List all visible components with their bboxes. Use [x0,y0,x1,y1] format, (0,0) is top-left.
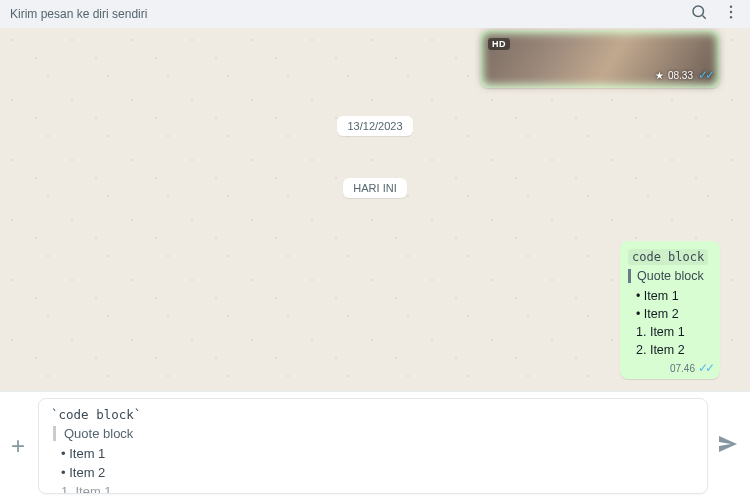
input-bullet-list: Item 1 Item 2 [51,445,695,483]
list-item: 1. Item 1 [636,323,712,341]
app-root: Kirim pesan ke diri sendiri HD ★ 08.33 ✓… [0,0,750,500]
composer: + `code block` Quote block Item 1 Item 2… [0,391,750,500]
input-quote-line: Quote block [53,426,695,441]
svg-point-2 [730,6,732,8]
chat-header-title: Kirim pesan ke diri sendiri [10,7,676,21]
send-icon[interactable] [716,432,740,460]
input-numbered-list: 1. Item 1 [51,483,695,494]
date-separator: 13/12/2023 [337,116,412,136]
chat-header: Kirim pesan ke diri sendiri [0,0,750,28]
bullet-list: Item 1 Item 2 [628,287,712,323]
hd-badge: HD [488,38,510,50]
message-bubble[interactable]: code block Quote block Item 1 Item 2 1. … [620,241,720,380]
svg-point-4 [730,16,732,18]
list-item: 1. Item 1 [61,483,695,494]
chat-scroll: HD ★ 08.33 ✓✓ 13/12/2023 HARI INI code b… [0,28,750,391]
search-icon[interactable] [690,3,708,25]
list-item: Item 2 [61,464,695,483]
message-time: 07.46 [670,363,695,374]
svg-point-3 [730,11,732,13]
list-item: Item 1 [636,287,712,305]
read-ticks-icon: ✓✓ [698,361,712,375]
media-time: 08.33 [668,70,693,81]
attach-icon[interactable]: + [6,432,30,460]
date-separator: HARI INI [343,178,406,198]
input-code-line: `code block` [51,407,695,422]
svg-point-0 [693,6,704,17]
code-block: code block [628,249,708,265]
chat-area[interactable]: HD ★ 08.33 ✓✓ 13/12/2023 HARI INI code b… [0,28,750,391]
message-meta: 07.46 ✓✓ [628,361,712,375]
media-meta: ★ 08.33 ✓✓ [655,68,712,82]
message-input[interactable]: `code block` Quote block Item 1 Item 2 1… [38,398,708,494]
numbered-list: 1. Item 1 2. Item 2 [628,323,712,359]
svg-line-1 [702,15,705,18]
quote-block: Quote block [628,269,712,283]
list-item: Item 2 [636,305,712,323]
read-ticks-icon: ✓✓ [698,68,712,82]
list-item: Item 1 [61,445,695,464]
menu-icon[interactable] [722,3,740,25]
star-icon: ★ [655,70,664,81]
list-item: 2. Item 2 [636,341,712,359]
message-media[interactable]: HD ★ 08.33 ✓✓ [480,30,720,88]
